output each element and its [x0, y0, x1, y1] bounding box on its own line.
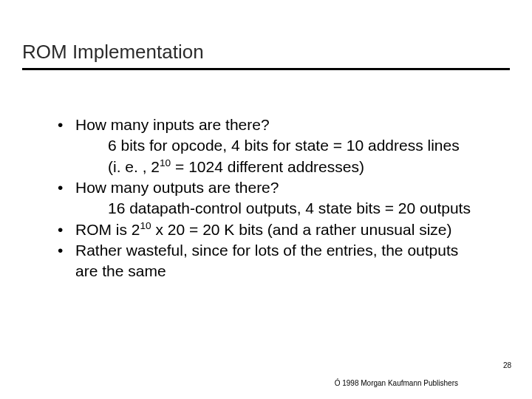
page-title: ROM Implementation	[22, 41, 510, 68]
copyright-text: Ó 1998 Morgan Kaufmann Publishers	[335, 379, 458, 387]
list-item: ROM is 210 x 20 = 20 K bits (and a rathe…	[58, 219, 480, 240]
content-area: How many inputs are there? 6 bits for op…	[22, 115, 510, 282]
list-item: How many outputs are there? 16 datapath-…	[58, 177, 480, 219]
bullet-text: Rather wasteful, since for lots of the e…	[75, 242, 458, 279]
text-fragment: ROM is 2	[75, 221, 140, 238]
bullet-text: How many inputs are there?	[75, 116, 270, 133]
list-item: How many inputs are there? 6 bits for op…	[58, 115, 480, 177]
slide: ROM Implementation How many inputs are t…	[0, 0, 532, 399]
title-rule	[22, 68, 510, 70]
text-fragment: x 20 = 20 K bits (and a rather unusual s…	[151, 221, 452, 238]
bullet-subtext: 16 datapath-control outputs, 4 state bit…	[75, 198, 480, 219]
bullet-list: How many inputs are there? 6 bits for op…	[58, 115, 480, 282]
text-fragment: = 1024 different addresses)	[171, 158, 364, 175]
bullet-text: ROM is 210 x 20 = 20 K bits (and a rathe…	[75, 221, 452, 238]
superscript: 10	[160, 157, 171, 168]
list-item: Rather wasteful, since for lots of the e…	[58, 240, 480, 282]
superscript: 10	[140, 220, 151, 231]
bullet-subtext: 6 bits for opcode, 4 bits for state = 10…	[75, 135, 480, 156]
bullet-text: How many outputs are there?	[75, 179, 279, 196]
bullet-subtext: (i. e. , 210 = 1024 different addresses)	[75, 157, 480, 177]
text-fragment: (i. e. , 2	[108, 158, 160, 175]
page-number: 28	[503, 361, 511, 369]
